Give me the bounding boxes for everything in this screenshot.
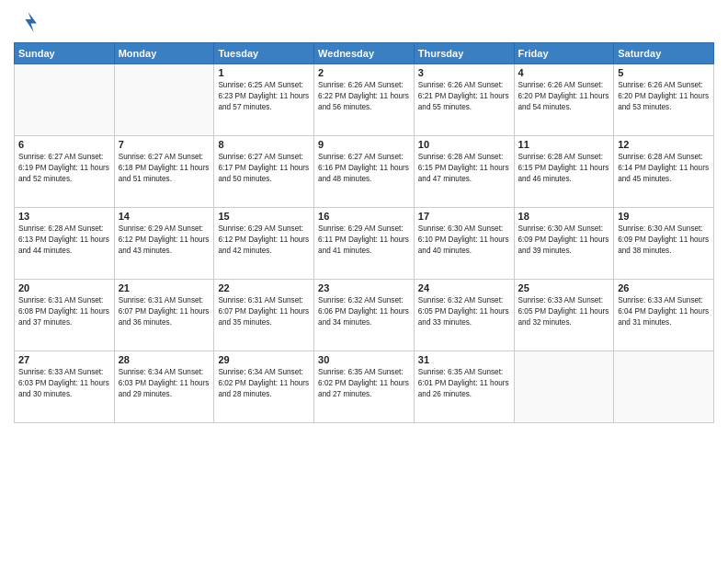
day-number: 31 bbox=[418, 354, 510, 365]
day-number: 25 bbox=[518, 282, 610, 293]
calendar-cell: 2Sunrise: 6:26 AM Sunset: 6:22 PM Daylig… bbox=[314, 64, 415, 136]
calendar-cell: 31Sunrise: 6:35 AM Sunset: 6:01 PM Dayli… bbox=[414, 351, 514, 423]
calendar-week-5: 27Sunrise: 6:33 AM Sunset: 6:03 PM Dayli… bbox=[15, 351, 714, 423]
calendar-cell: 20Sunrise: 6:31 AM Sunset: 6:08 PM Dayli… bbox=[15, 280, 115, 351]
day-info: Sunrise: 6:28 AM Sunset: 6:14 PM Dayligh… bbox=[618, 152, 710, 185]
day-info: Sunrise: 6:27 AM Sunset: 6:18 PM Dayligh… bbox=[119, 152, 210, 185]
calendar-cell: 27Sunrise: 6:33 AM Sunset: 6:03 PM Dayli… bbox=[15, 351, 115, 423]
calendar-cell: 15Sunrise: 6:29 AM Sunset: 6:12 PM Dayli… bbox=[214, 208, 314, 280]
day-info: Sunrise: 6:28 AM Sunset: 6:15 PM Dayligh… bbox=[518, 152, 610, 185]
logo-icon bbox=[14, 9, 40, 35]
day-number: 12 bbox=[618, 139, 710, 150]
calendar-cell: 16Sunrise: 6:29 AM Sunset: 6:11 PM Dayli… bbox=[314, 208, 415, 280]
day-number: 15 bbox=[218, 211, 310, 222]
calendar-cell: 21Sunrise: 6:31 AM Sunset: 6:07 PM Dayli… bbox=[114, 280, 214, 351]
day-number: 10 bbox=[418, 139, 510, 150]
page: SundayMondayTuesdayWednesdayThursdayFrid… bbox=[0, 0, 728, 563]
day-number: 6 bbox=[18, 139, 110, 150]
day-info: Sunrise: 6:29 AM Sunset: 6:12 PM Dayligh… bbox=[218, 224, 310, 257]
day-number: 1 bbox=[218, 67, 310, 78]
day-number: 16 bbox=[318, 211, 410, 222]
day-info: Sunrise: 6:31 AM Sunset: 6:07 PM Dayligh… bbox=[218, 295, 310, 328]
calendar-cell: 17Sunrise: 6:30 AM Sunset: 6:10 PM Dayli… bbox=[414, 208, 514, 280]
day-info: Sunrise: 6:26 AM Sunset: 6:21 PM Dayligh… bbox=[418, 80, 510, 113]
day-number: 23 bbox=[318, 282, 410, 293]
calendar-table: SundayMondayTuesdayWednesdayThursdayFrid… bbox=[14, 42, 714, 423]
day-info: Sunrise: 6:33 AM Sunset: 6:04 PM Dayligh… bbox=[618, 295, 710, 328]
day-number: 4 bbox=[518, 67, 610, 78]
day-info: Sunrise: 6:31 AM Sunset: 6:08 PM Dayligh… bbox=[18, 295, 110, 328]
calendar-cell: 24Sunrise: 6:32 AM Sunset: 6:05 PM Dayli… bbox=[414, 280, 514, 351]
calendar-cell: 29Sunrise: 6:34 AM Sunset: 6:02 PM Dayli… bbox=[214, 351, 314, 423]
calendar-cell: 1Sunrise: 6:25 AM Sunset: 6:23 PM Daylig… bbox=[214, 64, 314, 136]
day-number: 19 bbox=[618, 211, 710, 222]
day-info: Sunrise: 6:26 AM Sunset: 6:22 PM Dayligh… bbox=[318, 80, 410, 113]
calendar-cell bbox=[114, 64, 214, 136]
calendar-cell: 3Sunrise: 6:26 AM Sunset: 6:21 PM Daylig… bbox=[414, 64, 514, 136]
day-info: Sunrise: 6:27 AM Sunset: 6:19 PM Dayligh… bbox=[18, 152, 110, 185]
day-info: Sunrise: 6:28 AM Sunset: 6:15 PM Dayligh… bbox=[418, 152, 510, 185]
day-info: Sunrise: 6:30 AM Sunset: 6:09 PM Dayligh… bbox=[518, 224, 610, 257]
calendar-cell: 14Sunrise: 6:29 AM Sunset: 6:12 PM Dayli… bbox=[114, 208, 214, 280]
day-number: 9 bbox=[318, 139, 410, 150]
day-number: 3 bbox=[418, 67, 510, 78]
day-info: Sunrise: 6:34 AM Sunset: 6:02 PM Dayligh… bbox=[218, 367, 310, 400]
calendar-cell: 22Sunrise: 6:31 AM Sunset: 6:07 PM Dayli… bbox=[214, 280, 314, 351]
day-number: 28 bbox=[119, 354, 210, 365]
header bbox=[14, 9, 714, 35]
calendar-cell: 9Sunrise: 6:27 AM Sunset: 6:16 PM Daylig… bbox=[314, 136, 415, 208]
weekday-header-monday: Monday bbox=[114, 43, 214, 64]
weekday-header-thursday: Thursday bbox=[414, 43, 514, 64]
calendar-cell bbox=[614, 351, 714, 423]
day-info: Sunrise: 6:30 AM Sunset: 6:09 PM Dayligh… bbox=[618, 224, 710, 257]
day-info: Sunrise: 6:30 AM Sunset: 6:10 PM Dayligh… bbox=[418, 224, 510, 257]
day-number: 17 bbox=[418, 211, 510, 222]
weekday-header-wednesday: Wednesday bbox=[314, 43, 415, 64]
day-info: Sunrise: 6:32 AM Sunset: 6:06 PM Dayligh… bbox=[318, 295, 410, 328]
calendar-cell: 11Sunrise: 6:28 AM Sunset: 6:15 PM Dayli… bbox=[514, 136, 614, 208]
calendar-cell: 30Sunrise: 6:35 AM Sunset: 6:02 PM Dayli… bbox=[314, 351, 415, 423]
calendar-week-4: 20Sunrise: 6:31 AM Sunset: 6:08 PM Dayli… bbox=[15, 280, 714, 351]
calendar-cell: 18Sunrise: 6:30 AM Sunset: 6:09 PM Dayli… bbox=[514, 208, 614, 280]
day-number: 5 bbox=[618, 67, 710, 78]
calendar-cell: 8Sunrise: 6:27 AM Sunset: 6:17 PM Daylig… bbox=[214, 136, 314, 208]
day-info: Sunrise: 6:26 AM Sunset: 6:20 PM Dayligh… bbox=[618, 80, 710, 113]
day-number: 11 bbox=[518, 139, 610, 150]
day-number: 14 bbox=[119, 211, 210, 222]
day-info: Sunrise: 6:25 AM Sunset: 6:23 PM Dayligh… bbox=[218, 80, 310, 113]
calendar-cell bbox=[15, 64, 115, 136]
day-info: Sunrise: 6:34 AM Sunset: 6:03 PM Dayligh… bbox=[119, 367, 210, 400]
calendar-week-1: 1Sunrise: 6:25 AM Sunset: 6:23 PM Daylig… bbox=[15, 64, 714, 136]
day-info: Sunrise: 6:31 AM Sunset: 6:07 PM Dayligh… bbox=[119, 295, 210, 328]
day-info: Sunrise: 6:32 AM Sunset: 6:05 PM Dayligh… bbox=[418, 295, 510, 328]
calendar-cell: 5Sunrise: 6:26 AM Sunset: 6:20 PM Daylig… bbox=[614, 64, 714, 136]
calendar-cell: 25Sunrise: 6:33 AM Sunset: 6:05 PM Dayli… bbox=[514, 280, 614, 351]
weekday-header-sunday: Sunday bbox=[15, 43, 115, 64]
day-info: Sunrise: 6:35 AM Sunset: 6:02 PM Dayligh… bbox=[318, 367, 410, 400]
day-info: Sunrise: 6:29 AM Sunset: 6:12 PM Dayligh… bbox=[119, 224, 210, 257]
calendar-cell: 28Sunrise: 6:34 AM Sunset: 6:03 PM Dayli… bbox=[114, 351, 214, 423]
calendar-cell: 23Sunrise: 6:32 AM Sunset: 6:06 PM Dayli… bbox=[314, 280, 415, 351]
day-number: 29 bbox=[218, 354, 310, 365]
day-info: Sunrise: 6:27 AM Sunset: 6:17 PM Dayligh… bbox=[218, 152, 310, 185]
calendar-cell: 13Sunrise: 6:28 AM Sunset: 6:13 PM Dayli… bbox=[15, 208, 115, 280]
calendar-cell: 19Sunrise: 6:30 AM Sunset: 6:09 PM Dayli… bbox=[614, 208, 714, 280]
calendar-cell: 10Sunrise: 6:28 AM Sunset: 6:15 PM Dayli… bbox=[414, 136, 514, 208]
day-info: Sunrise: 6:29 AM Sunset: 6:11 PM Dayligh… bbox=[318, 224, 410, 257]
day-info: Sunrise: 6:35 AM Sunset: 6:01 PM Dayligh… bbox=[418, 367, 510, 400]
day-number: 21 bbox=[119, 282, 210, 293]
day-number: 7 bbox=[119, 139, 210, 150]
calendar-cell: 6Sunrise: 6:27 AM Sunset: 6:19 PM Daylig… bbox=[15, 136, 115, 208]
day-number: 18 bbox=[518, 211, 610, 222]
weekday-header-row: SundayMondayTuesdayWednesdayThursdayFrid… bbox=[15, 43, 714, 64]
day-number: 13 bbox=[18, 211, 110, 222]
day-number: 8 bbox=[218, 139, 310, 150]
calendar-cell: 12Sunrise: 6:28 AM Sunset: 6:14 PM Dayli… bbox=[614, 136, 714, 208]
weekday-header-friday: Friday bbox=[514, 43, 614, 64]
day-number: 27 bbox=[18, 354, 110, 365]
day-number: 2 bbox=[318, 67, 410, 78]
calendar-cell: 7Sunrise: 6:27 AM Sunset: 6:18 PM Daylig… bbox=[114, 136, 214, 208]
day-info: Sunrise: 6:28 AM Sunset: 6:13 PM Dayligh… bbox=[18, 224, 110, 257]
day-number: 30 bbox=[318, 354, 410, 365]
day-info: Sunrise: 6:33 AM Sunset: 6:05 PM Dayligh… bbox=[518, 295, 610, 328]
